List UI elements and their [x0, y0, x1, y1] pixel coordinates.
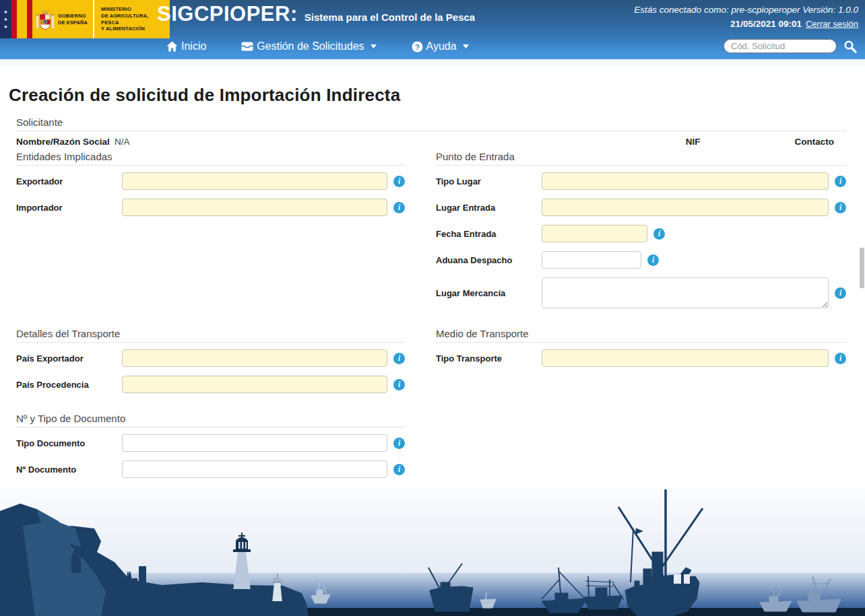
- ministerio-label: MINISTERIO DE AGRICULTURA, PESCA Y ALIME…: [101, 6, 163, 32]
- tipo-documento-input[interactable]: [122, 434, 387, 452]
- svg-text:?: ?: [415, 42, 420, 50]
- info-icon[interactable]: [835, 287, 846, 299]
- harbor-footer-illustration: [0, 488, 865, 616]
- nombre-razon-social-label: Nombre/Razón Social: [16, 137, 115, 147]
- app-brand: SIGCPIOPER: Sistema para el Control de l…: [157, 2, 475, 26]
- nav-item-ayuda[interactable]: ? Ayuda: [412, 40, 469, 53]
- field-exportador: Exportador: [16, 172, 405, 190]
- field-tipo-transporte: Tipo Transporte: [436, 349, 846, 367]
- section-medio-transporte: Medio de Transporte: [436, 328, 846, 343]
- home-icon: [166, 41, 178, 52]
- spain-flag-red-stripe: [11, 0, 17, 38]
- fecha-entrada-input[interactable]: [542, 225, 647, 242]
- section-documento: Nº y Tipo de Documento: [16, 413, 405, 427]
- section-entidades: Entidades Implicadas: [16, 151, 405, 166]
- chevron-down-icon: [371, 44, 377, 48]
- lugar-entrada-input[interactable]: [542, 199, 829, 216]
- tipo-lugar-label: Tipo Lugar: [436, 176, 542, 186]
- form-area: Solicitante Nombre/Razón Social N/A NIF …: [0, 116, 865, 498]
- field-pais-exportador: País Exportador: [16, 349, 405, 367]
- logout-link[interactable]: Cerrar sesión: [806, 19, 858, 29]
- pais-procedencia-input[interactable]: [122, 376, 387, 393]
- eu-flag-strip: ★ ★ ★: [0, 0, 11, 38]
- session-datetime-row: 21/05/2021 09:01Cerrar sesión: [634, 18, 858, 32]
- spain-flag-red-stripe: [27, 0, 32, 38]
- lugar-entrada-label: Lugar Entrada: [436, 203, 542, 213]
- search-icon: [843, 40, 857, 53]
- nav-label: Gestión de Solicitudes: [257, 40, 364, 53]
- solicitante-row: Nombre/Razón Social N/A NIF Contacto: [16, 137, 846, 147]
- gobierno-block: GOBIERNO DE ESPAÑA: [32, 0, 94, 38]
- field-lugar-mercancia: Lugar Mercancía: [436, 277, 846, 308]
- group-punto-entrada: Punto de Entrada Tipo Lugar Lugar Entrad…: [436, 151, 846, 317]
- tipo-transporte-input[interactable]: [542, 349, 829, 367]
- search-button[interactable]: [843, 40, 857, 53]
- app-window: ★ ★ ★: [0, 0, 865, 616]
- session-datetime: 21/05/2021 09:01: [730, 19, 802, 29]
- nav-item-inicio[interactable]: Inicio: [166, 40, 206, 53]
- importador-label: Importador: [16, 203, 122, 213]
- group-documento: Nº y Tipo de Documento Tipo Documento Nº…: [16, 413, 405, 487]
- field-tipo-documento: Tipo Documento: [16, 434, 405, 452]
- field-aduana-despacho: Aduana Despacho: [436, 251, 846, 269]
- group-entidades-implicadas: Entidades Implicadas Exportador Importad…: [16, 151, 405, 225]
- pais-exportador-label: País Exportador: [16, 353, 122, 364]
- field-pais-procedencia: País Procedencia: [16, 376, 405, 393]
- field-importador: Importador: [16, 199, 405, 216]
- app-name: SIGCPIOPER:: [157, 2, 298, 26]
- question-circle-icon: ?: [412, 41, 423, 53]
- field-fecha-entrada: Fecha Entrada: [436, 225, 846, 242]
- tipo-lugar-input[interactable]: [542, 172, 829, 190]
- main-nav: Inicio Gestión de Solicitudes ? Ayuda: [166, 40, 469, 53]
- nav-label: Inicio: [181, 40, 206, 53]
- pais-procedencia-label: País Procedencia: [16, 380, 122, 390]
- star-icon: ★: [3, 17, 7, 22]
- search-bar: [724, 39, 857, 53]
- importador-input[interactable]: [122, 199, 387, 216]
- lugar-mercancia-textarea[interactable]: [542, 277, 829, 308]
- gobierno-espana-logo[interactable]: ★ ★ ★: [0, 0, 170, 38]
- info-icon[interactable]: [393, 202, 405, 213]
- top-header: ★ ★ ★: [0, 0, 865, 59]
- section-detalles-transporte: Detalles del Transporte: [16, 328, 405, 343]
- info-icon[interactable]: [393, 464, 405, 475]
- info-icon[interactable]: [653, 228, 665, 240]
- tipo-transporte-label: Tipo Transporte: [436, 353, 542, 364]
- gobierno-label: GOBIERNO DE ESPAÑA: [58, 13, 88, 26]
- pais-exportador-input[interactable]: [122, 349, 387, 367]
- session-info: Estás conectado como: pre-scpioperoper V…: [634, 3, 858, 32]
- form-grid: Entidades Implicadas Exportador Importad…: [16, 151, 846, 498]
- search-input[interactable]: [724, 39, 837, 53]
- info-icon[interactable]: [393, 353, 405, 364]
- info-icon[interactable]: [835, 353, 846, 364]
- num-documento-input[interactable]: [122, 460, 387, 478]
- app-subtitle: Sistema para el Control de la Pesca: [305, 11, 475, 23]
- vertical-scrollbar-track[interactable]: [859, 59, 865, 616]
- tipo-documento-label: Tipo Documento: [16, 438, 122, 448]
- section-punto-entrada: Punto de Entrada: [436, 151, 846, 166]
- star-icon: ★: [3, 24, 7, 29]
- nav-label: Ayuda: [426, 40, 457, 53]
- aduana-despacho-input[interactable]: [542, 251, 641, 269]
- field-lugar-entrada: Lugar Entrada: [436, 199, 846, 216]
- group-detalles-transporte: Detalles del Transporte País Exportador …: [16, 328, 405, 402]
- exportador-label: Exportador: [16, 176, 122, 186]
- info-icon[interactable]: [647, 254, 659, 266]
- connected-as-text: Estás conectado como: pre-scpioperoper V…: [634, 3, 858, 18]
- lugar-mercancia-label: Lugar Mercancía: [436, 288, 542, 298]
- info-icon[interactable]: [393, 176, 405, 187]
- fecha-entrada-label: Fecha Entrada: [436, 229, 542, 239]
- info-icon[interactable]: [835, 176, 846, 187]
- exportador-input[interactable]: [122, 172, 387, 190]
- spain-flag-yellow-stripe: [17, 0, 27, 38]
- nav-item-gestion-solicitudes[interactable]: Gestión de Solicitudes: [241, 40, 376, 53]
- group-medio-transporte: Medio de Transporte Tipo Transporte: [436, 328, 846, 376]
- num-documento-label: Nº Documento: [16, 465, 122, 475]
- vertical-scrollbar-thumb[interactable]: [860, 248, 864, 288]
- coat-of-arms-icon: [36, 7, 55, 32]
- info-icon[interactable]: [835, 202, 846, 213]
- info-icon[interactable]: [393, 379, 405, 390]
- info-icon[interactable]: [393, 438, 405, 449]
- section-solicitante: Solicitante: [16, 116, 846, 131]
- contacto-label: Contacto: [795, 137, 835, 147]
